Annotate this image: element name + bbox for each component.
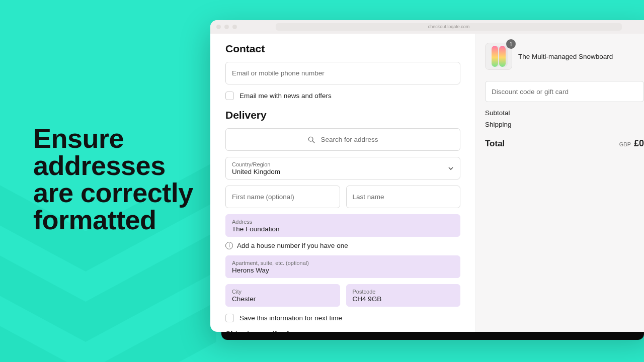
browser-window: checkout.loqate.com Contact Email or mob… (210, 20, 644, 332)
cart-line-item: 1 The Multi-managed Snowboard (485, 43, 644, 70)
country-value: United Kingdom (232, 168, 454, 175)
svg-line-4 (312, 141, 314, 143)
total-amount: £0 (634, 138, 644, 149)
browser-chrome: checkout.loqate.com (210, 20, 644, 34)
save-info-label: Save this information for next time (239, 314, 342, 322)
address-label: Address (232, 219, 454, 225)
country-label: Country/Region (232, 161, 454, 167)
traffic-light-close[interactable] (216, 25, 221, 29)
address-value: The Foundation (232, 225, 454, 233)
subtotal-label: Subtotal (485, 109, 510, 117)
total-label: Total (485, 139, 505, 149)
last-name-field[interactable]: Last name (346, 186, 461, 208)
last-name-placeholder: Last name (353, 193, 454, 201)
house-number-hint-text: Add a house number if you have one (237, 242, 348, 249)
shipping-label: Shipping (485, 121, 512, 128)
discount-placeholder: Discount code or gift card (492, 88, 637, 96)
apartment-field[interactable]: Apartment, suite, etc. (optional) Herons… (225, 255, 460, 278)
postcode-field[interactable]: Postcode CH4 9GB (346, 284, 461, 307)
info-icon: i (225, 242, 233, 249)
hero-headline: Ensure addresses are correctly formatted (33, 125, 193, 233)
subtotal-row: Subtotal (485, 109, 644, 117)
apartment-value: Herons Way (232, 266, 454, 274)
order-summary: 1 The Multi-managed Snowboard Discount c… (476, 34, 644, 332)
first-name-placeholder: First name (optional) (232, 193, 334, 201)
url-bar[interactable]: checkout.loqate.com (276, 23, 622, 31)
traffic-light-zoom[interactable] (232, 25, 237, 29)
product-thumbnail: 1 (485, 43, 512, 70)
save-info-checkbox-row[interactable]: Save this information for next time (225, 314, 460, 322)
email-placeholder: Email or mobile phone number (232, 69, 454, 77)
currency-code: GBP (619, 141, 631, 147)
postcode-label: Postcode (353, 289, 454, 295)
total-row: Total GBP £0 (485, 138, 644, 149)
product-name: The Multi-managed Snowboard (518, 53, 613, 60)
address-field[interactable]: Address The Foundation (225, 214, 460, 237)
snowboard-icon (499, 46, 506, 67)
news-checkbox[interactable] (225, 92, 234, 100)
country-select[interactable]: Country/Region United Kingdom (225, 157, 460, 179)
first-name-field[interactable]: First name (optional) (225, 186, 340, 208)
contact-heading: Contact (225, 43, 460, 55)
address-search-placeholder: Search for address (320, 136, 378, 143)
checkout-main: Contact Email or mobile phone number Ema… (210, 34, 476, 332)
city-value: Chester (232, 295, 334, 303)
postcode-value: CH4 9GB (353, 295, 454, 303)
email-field[interactable]: Email or mobile phone number (225, 62, 460, 84)
snowboard-icon (492, 46, 498, 67)
address-search-field[interactable]: Search for address (225, 128, 460, 151)
quantity-badge: 1 (506, 39, 516, 49)
city-field[interactable]: City Chester (225, 284, 340, 307)
city-label: City (232, 289, 334, 295)
chevron-down-icon (448, 165, 454, 171)
save-info-checkbox[interactable] (225, 314, 234, 322)
shipping-method-heading: Shipping method (225, 329, 460, 332)
apartment-label: Apartment, suite, etc. (optional) (232, 260, 454, 266)
search-icon (307, 136, 315, 144)
news-checkbox-row[interactable]: Email me with news and offers (225, 92, 460, 100)
news-checkbox-label: Email me with news and offers (239, 92, 332, 100)
shipping-row: Shipping (485, 121, 644, 128)
discount-code-field[interactable]: Discount code or gift card (485, 81, 644, 102)
traffic-light-minimize[interactable] (224, 25, 229, 29)
house-number-hint: i Add a house number if you have one (225, 242, 460, 249)
delivery-heading: Delivery (225, 109, 460, 121)
